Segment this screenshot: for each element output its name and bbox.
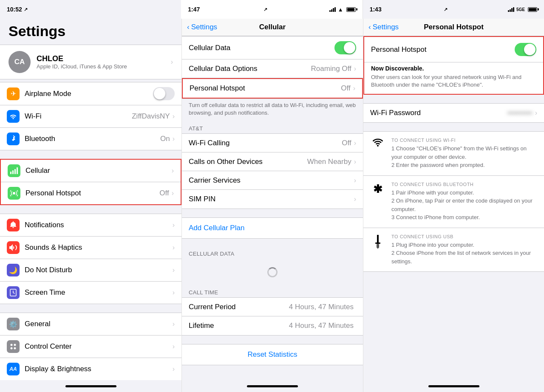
dnd-icon: 🌙 <box>7 264 20 276</box>
wifi-password-row[interactable]: Wi-Fi Password •••••••••••• › <box>363 103 544 123</box>
cellular-nav-bar: ‹ Settings Cellular <box>182 19 363 36</box>
cellular-data-row[interactable]: Cellular Data <box>182 37 363 59</box>
notifications-row[interactable]: Notifications › <box>0 214 181 237</box>
svg-point-6 <box>11 344 13 346</box>
sim-pin-label: SIM PIN <box>189 195 354 203</box>
profile-row[interactable]: CA CHLOE Apple ID, iCloud, iTunes & App … <box>0 45 181 79</box>
notifications-section: Notifications › Sounds & Haptics › 🌙 Do … <box>0 214 181 304</box>
cellular-row[interactable]: Cellular › <box>1 160 181 182</box>
sounds-row[interactable]: Sounds & Haptics › <box>0 237 181 259</box>
hotspot-back-chevron: ‹ <box>368 23 371 31</box>
calls-other-label: Calls on Other Devices <box>189 158 307 166</box>
svg-rect-12 <box>377 244 379 248</box>
connect-wifi-step2: 2 Enter the password when prompted. <box>391 161 537 169</box>
general-row[interactable]: ⚙️ General › <box>0 313 181 336</box>
connect-wifi-title: TO CONNECT USING WI-FI <box>391 138 537 143</box>
add-plan-section: Add Cellular Plan <box>182 217 363 239</box>
airplane-mode-row[interactable]: ✈ Airplane Mode <box>0 82 181 105</box>
airplane-toggle[interactable] <box>153 87 175 100</box>
sounds-label: Sounds & Haptics <box>25 243 173 252</box>
lifetime-value: 4 Hours, 47 Minutes <box>289 321 354 330</box>
avatar: CA <box>8 51 31 73</box>
cellular-data-options-label: Cellular Data Options <box>189 65 311 73</box>
status-time-1: 10:52 <box>7 6 22 13</box>
display-icon: AA <box>7 363 20 375</box>
svg-rect-2 <box>14 169 16 174</box>
cellular-data-options-row[interactable]: Cellular Data Options Roaming Off › <box>182 59 363 78</box>
dnd-label: Do Not Disturb <box>25 266 173 274</box>
wifi-calling-row[interactable]: Wi-Fi Calling Off › <box>182 134 363 152</box>
connect-wifi-row: TO CONNECT USING WI-FI 1 Choose "CHLOE's… <box>363 132 544 176</box>
hotspot-discoverable: Now Discoverable. <box>364 62 543 73</box>
cellular-data-section-label: CELLULAR DATA <box>182 247 363 259</box>
dnd-row[interactable]: 🌙 Do Not Disturb › <box>0 259 181 282</box>
svg-rect-13 <box>377 248 378 248</box>
status-time-2: 1:47 <box>188 6 200 13</box>
cellular-data-toggle[interactable] <box>334 41 356 54</box>
profile-name: CHLOE <box>37 54 165 63</box>
sim-pin-row[interactable]: SIM PIN › <box>182 190 363 209</box>
hotspot-toggle-row[interactable]: Personal Hotspot <box>364 37 543 62</box>
reset-statistics-row[interactable]: Reset Statistics <box>182 344 363 365</box>
bluetooth-label: Bluetooth <box>25 135 160 143</box>
cellular-data-options-chevron: › <box>354 65 356 73</box>
connect-bluetooth-step2: 2 On iPhone, tap Pair or enter the code … <box>391 197 537 213</box>
screen-time-row[interactable]: Screen Time › <box>0 282 181 304</box>
cellular-data-note: Turn off cellular data to restrict all d… <box>182 99 363 122</box>
personal-hotspot-row[interactable]: Personal Hotspot Off › <box>1 182 181 204</box>
display-chevron: › <box>173 365 175 373</box>
personal-hotspot-settings-label: Personal Hotspot <box>26 189 159 197</box>
hotspot-settings-icon <box>8 187 20 200</box>
profile-chevron: › <box>171 58 173 66</box>
airplane-label: Airplane Mode <box>25 90 153 98</box>
svg-point-9 <box>14 347 16 350</box>
location-icon-2: ↗ <box>264 7 267 12</box>
connect-usb-icon <box>370 234 385 248</box>
cellular-hotspot-value: Off <box>341 84 350 93</box>
display-brightness-row[interactable]: AA Display & Brightness › <box>0 358 181 380</box>
connect-usb-step1: 1 Plug iPhone into your computer. <box>391 241 537 249</box>
cellular-label: Cellular <box>26 166 172 175</box>
hotspot-main-label: Personal Hotspot <box>371 45 515 54</box>
wifi-status-icon: ▲ <box>338 6 343 13</box>
cellular-back-button[interactable]: ‹ Settings <box>187 23 217 31</box>
carrier-services-chevron: › <box>354 177 356 184</box>
wifi-calling-value: Off <box>342 139 351 147</box>
home-indicator-3[interactable] <box>428 385 479 387</box>
back-chevron: ‹ <box>187 23 190 31</box>
home-bar-container <box>0 380 544 392</box>
wifi-password-chevron: › <box>535 109 537 117</box>
connect-bluetooth-step1: 1 Pair iPhone with your computer. <box>391 189 537 197</box>
calls-other-devices-row[interactable]: Calls on Other Devices When Nearby › <box>182 152 363 171</box>
cellular-hotspot-section: Cellular › Personal Hotspot Off › <box>0 159 181 205</box>
wifi-password-value: •••••••••••• <box>507 110 533 116</box>
wifi-calling-chevron: › <box>354 139 356 147</box>
svg-rect-10 <box>377 235 379 243</box>
bluetooth-value: On <box>160 135 170 143</box>
loading-spinner <box>267 267 278 277</box>
svg-point-4 <box>13 192 15 195</box>
hotspot-back-button[interactable]: ‹ Settings <box>368 23 399 31</box>
add-plan-row[interactable]: Add Cellular Plan <box>182 217 363 239</box>
hotspot-nav-bar: ‹ Settings Personal Hotspot <box>363 19 544 36</box>
lifetime-label: Lifetime <box>189 321 289 330</box>
svg-rect-1 <box>12 170 14 174</box>
wifi-chevron: › <box>173 113 175 120</box>
cellular-hotspot-row[interactable]: Personal Hotspot Off › <box>183 79 362 98</box>
wifi-row[interactable]: Wi-Fi ZiffDavisNY › <box>0 105 181 128</box>
home-indicator-2[interactable] <box>247 385 298 387</box>
bluetooth-row[interactable]: Bluetooth On › <box>0 128 181 150</box>
personal-hotspot-settings-value: Off <box>159 189 169 197</box>
status-icons-2: ▲ <box>329 6 356 13</box>
att-section: Wi-Fi Calling Off › Calls on Other Devic… <box>182 133 363 209</box>
carrier-services-label: Carrier Services <box>189 176 354 185</box>
home-indicator-1[interactable] <box>65 385 116 387</box>
add-plan-label: Add Cellular Plan <box>189 224 244 232</box>
control-center-row[interactable]: Control Center › <box>0 336 181 358</box>
notifications-label: Notifications <box>25 221 173 229</box>
carrier-services-row[interactable]: Carrier Services › <box>182 171 363 190</box>
hotspot-toggle[interactable] <box>515 43 536 56</box>
connect-bluetooth-title: TO CONNECT USING BLUETOOTH <box>391 182 537 187</box>
hotspot-back-label: Settings <box>373 23 399 31</box>
screen-time-chevron: › <box>173 289 175 296</box>
